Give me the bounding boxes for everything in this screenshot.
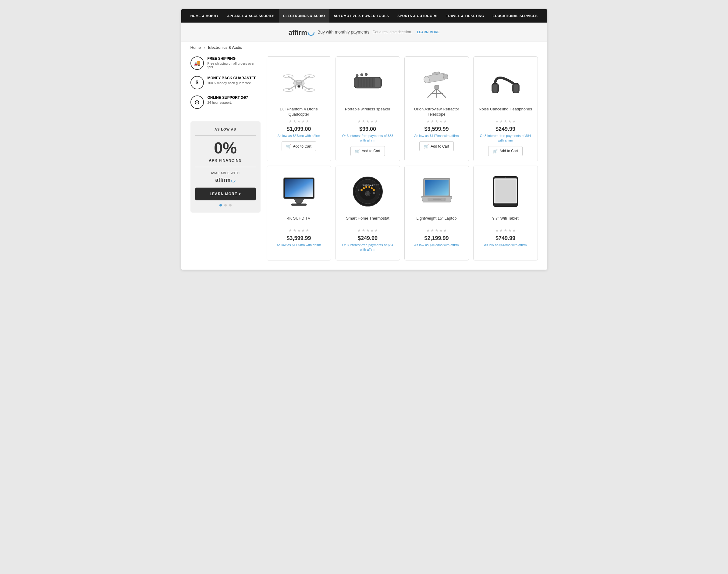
add-to-cart-dji[interactable]: 🛒 Add to Cart xyxy=(282,141,316,151)
product-price-speaker: $99.00 xyxy=(339,126,396,132)
product-image-laptop xyxy=(408,170,465,213)
products-area: DJI Phantom 4 Drone Quadcopter ★★★★★ $1,… xyxy=(267,56,538,260)
svg-point-53 xyxy=(363,187,365,189)
svg-marker-46 xyxy=(294,199,304,204)
nav-educational[interactable]: EDUCATIONAL SERVICES xyxy=(489,9,542,23)
money-icon: $ xyxy=(190,76,204,89)
nav-home-hobby[interactable]: HOME & HOBBY xyxy=(186,9,223,23)
affirm-note-thermostat: Or 3 interest-free payments of $84 with … xyxy=(339,243,396,252)
feature-desc-money: 100% money back guarantee. xyxy=(208,81,257,85)
product-card-speaker: Portable wireless speaker ★★★★★ $99.00 O… xyxy=(335,56,400,161)
breadcrumb-separator: › xyxy=(204,45,205,50)
affirm-learn-link[interactable]: LEARN MORE xyxy=(417,30,440,34)
nav-travel[interactable]: TRAVEL & TICKETING xyxy=(442,9,488,23)
product-price-headphones: $249.99 xyxy=(477,126,534,132)
affirm-note-tv: As low as $117/mo with affirm xyxy=(271,243,327,247)
learn-more-button[interactable]: LEARN MORE > xyxy=(195,188,256,200)
product-card-laptop: Lightweight 15" Laptop ★★★★★ $2,199.99 A… xyxy=(404,166,469,260)
affirm-note-dji: As low as $67/mo with affirm xyxy=(271,134,327,138)
product-price-dji: $1,099.00 xyxy=(271,126,327,132)
product-name-tablet: 9.7" Wifi Tablet xyxy=(477,216,534,226)
promo-as-low-as: AS LOW AS xyxy=(195,127,256,131)
affirm-note-laptop: As low as $102/mo with affirm xyxy=(408,243,465,247)
feature-title-shipping: FREE SHIPPING xyxy=(208,56,261,61)
feature-title-support: ONLINE SUPPORT 24/7 xyxy=(208,95,248,100)
feature-money-back: $ MONEY BACK GUARANTEE 100% money back g… xyxy=(190,76,261,89)
svg-rect-30 xyxy=(375,78,380,87)
promo-available: AVAILABLE WITH xyxy=(195,171,256,175)
svg-line-33 xyxy=(437,88,446,97)
nav-sports[interactable]: SPORTS & OUTDOORS xyxy=(393,9,442,23)
svg-rect-38 xyxy=(443,74,448,79)
product-price-tv: $3,599.99 xyxy=(271,235,327,242)
telescope-svg xyxy=(420,66,453,99)
feature-support: ⊙ ONLINE SUPPORT 24/7 24 hour support. xyxy=(190,95,261,109)
svg-point-11 xyxy=(298,85,300,87)
svg-rect-45 xyxy=(285,179,313,197)
product-name-dji: DJI Phantom 4 Drone Quadcopter xyxy=(271,107,327,117)
breadcrumb-home[interactable]: Home xyxy=(190,45,201,50)
product-image-speaker xyxy=(339,61,396,104)
feature-desc-shipping: Free shipping on all orders over $99. xyxy=(208,62,261,69)
svg-point-58 xyxy=(373,192,375,194)
add-to-cart-telescope[interactable]: 🛒 Add to Cart xyxy=(419,141,454,151)
tv-svg xyxy=(282,175,316,208)
star-row-tablet: ★★★★★ xyxy=(477,228,534,233)
add-to-cart-headphones[interactable]: 🛒 Add to Cart xyxy=(488,146,522,156)
sidebar: 🚚 FREE SHIPPING Free shipping on all ord… xyxy=(190,56,261,260)
shipping-icon: 🚚 xyxy=(190,56,204,70)
promo-box: AS LOW AS 0% APR FINANCING AVAILABLE WIT… xyxy=(190,121,261,213)
star-row-tv: ★★★★★ xyxy=(271,228,327,233)
product-price-telescope: $3,599.99 xyxy=(408,126,465,132)
star-row-telescope: ★★★★★ xyxy=(408,119,465,124)
promo-affirm-logo: affirm◡ xyxy=(195,176,256,183)
affirm-note-tablet: As low as $66/mo with affirm xyxy=(477,243,534,247)
product-card-tablet: 9.7" Wifi Tablet ★★★★★ $749.99 As low as… xyxy=(473,166,538,260)
svg-rect-43 xyxy=(514,84,518,92)
affirm-note-speaker: Or 3 interest-free payments of $33 with … xyxy=(339,134,396,143)
nav-bar: HOME & HOBBY APPAREL & ACCESSORIES ELECT… xyxy=(181,9,547,23)
cart-icon-dji: 🛒 xyxy=(286,144,291,149)
svg-point-60 xyxy=(366,192,369,195)
svg-rect-47 xyxy=(291,204,307,206)
add-to-cart-speaker[interactable]: 🛒 Add to Cart xyxy=(351,146,385,156)
affirm-note-telescope: As low as $117/mo with affirm xyxy=(408,134,465,138)
product-name-headphones: Noise Cancelling Headphones xyxy=(477,107,534,117)
support-icon: ⊙ xyxy=(190,95,204,109)
svg-point-55 xyxy=(368,186,370,188)
product-card-telescope: Orion Astroview Refractor Telescope ★★★★… xyxy=(404,56,469,161)
promo-rate: 0% xyxy=(195,140,256,156)
star-row-thermostat: ★★★★★ xyxy=(339,228,396,233)
cart-icon-telescope: 🛒 xyxy=(424,144,429,149)
affirm-banner-sub: Get a real-time decision. xyxy=(372,30,412,34)
svg-rect-35 xyxy=(435,85,439,89)
nav-apparel[interactable]: APPAREL & ACCESSORIES xyxy=(223,9,279,23)
star-row-headphones: ★★★★★ xyxy=(477,119,534,124)
nav-automotive[interactable]: AUTOMOTIVE & POWER TOOLS xyxy=(329,9,394,23)
page-wrapper: HOME & HOBBY APPAREL & ACCESSORIES ELECT… xyxy=(181,9,547,270)
svg-point-27 xyxy=(356,74,358,77)
affirm-note-headphones: Or 3 interest-free payments of $84 with … xyxy=(477,134,534,143)
svg-rect-64 xyxy=(425,180,449,196)
sidebar-divider xyxy=(190,115,261,115)
main-content: 🚚 FREE SHIPPING Free shipping on all ord… xyxy=(181,53,547,270)
headphones-svg xyxy=(489,66,522,99)
dot-2[interactable] xyxy=(224,204,227,206)
product-image-headphones xyxy=(477,61,534,104)
star-row-dji: ★★★★★ xyxy=(271,119,327,124)
svg-point-54 xyxy=(365,186,367,188)
product-price-laptop: $2,199.99 xyxy=(408,235,465,242)
dot-1[interactable] xyxy=(219,204,222,206)
drone-svg xyxy=(282,66,316,99)
dot-3[interactable] xyxy=(229,204,232,206)
svg-point-57 xyxy=(373,189,375,191)
breadcrumb: Home › Electronics & Audio xyxy=(181,41,547,53)
svg-rect-72 xyxy=(433,199,441,200)
star-row-speaker: ★★★★★ xyxy=(339,119,396,124)
product-image-thermostat: SUNDAY xyxy=(339,170,396,213)
nav-electronics[interactable]: ELECTRONICS & AUDIO xyxy=(279,9,329,23)
products-grid: DJI Phantom 4 Drone Quadcopter ★★★★★ $1,… xyxy=(267,56,538,260)
product-name-tv: 4K SUHD TV xyxy=(271,216,327,226)
breadcrumb-current: Electronics & Audio xyxy=(208,45,242,50)
product-card-thermostat: SUNDAY xyxy=(335,166,400,260)
